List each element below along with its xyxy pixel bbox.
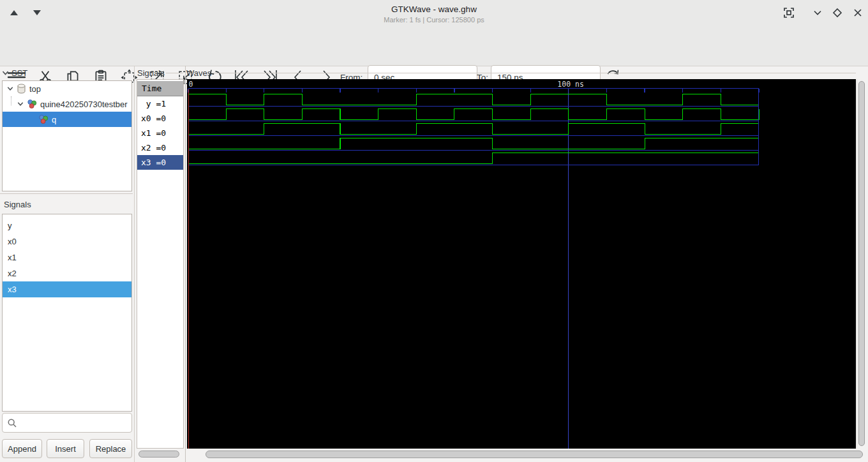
wave-trace-y [188, 94, 759, 105]
panel-divider[interactable] [134, 66, 135, 462]
tree-item-quine420250730testber[interactable]: quine420250730testber [3, 96, 131, 112]
design-root-icon [17, 84, 26, 94]
wave-svg: 0100 ns [187, 79, 856, 449]
module-icon [27, 99, 37, 109]
search-input[interactable] [20, 417, 135, 428]
signals-list-header: Signals [4, 200, 31, 209]
wave-trace-x3 [188, 153, 759, 164]
wave-trace-x0 [188, 109, 759, 120]
fullscreen-button[interactable] [781, 5, 797, 20]
toolbar: From: To: [0, 29, 868, 66]
wave-trace-x2 [188, 138, 759, 149]
tree-item-label: quine420250730testber [40, 100, 128, 109]
close-button[interactable] [849, 5, 866, 20]
replace-button[interactable]: Replace [89, 439, 132, 458]
diamond-icon [832, 7, 843, 19]
expander-chevron-icon[interactable] [6, 85, 14, 93]
signal-list-item-x0[interactable]: x0 [3, 234, 131, 250]
value-row-x3[interactable]: x3 =0 [137, 155, 183, 170]
value-row-y[interactable]: y =1 [137, 96, 183, 111]
wave-trace-x1 [188, 124, 759, 135]
waves-frame-border [213, 73, 856, 73]
close-icon [852, 7, 864, 19]
sst-tree: topquine420250730testberq [2, 80, 132, 191]
signal-list-item-x3[interactable]: x3 [3, 281, 131, 297]
fullscreen-icon [782, 6, 795, 19]
expander-chevron-icon[interactable] [17, 100, 24, 108]
window-title: GTKWave - wave.ghw [0, 4, 868, 14]
tree-item-top[interactable]: top [3, 81, 131, 96]
svg-text:0: 0 [189, 80, 193, 89]
signal-search-box [2, 413, 132, 433]
values-frame-border [166, 73, 183, 73]
tree-item-label: top [29, 84, 41, 94]
sst-header: SST [11, 68, 27, 78]
signal-list-item-x2[interactable]: x2 [3, 265, 131, 281]
search-icon [7, 418, 17, 428]
wave-area[interactable]: 0100 ns [187, 79, 856, 449]
chevron-down-icon [812, 7, 823, 19]
insert-button[interactable]: Insert [47, 439, 84, 458]
values-header: Signals [137, 68, 165, 78]
waves-hscrollbar-thumb[interactable] [206, 451, 863, 458]
time-header-cell: Time [137, 81, 183, 96]
restore-button[interactable] [829, 5, 846, 20]
sst-expander[interactable]: SST [1, 67, 133, 78]
waves-vscrollbar-thumb[interactable] [858, 81, 865, 446]
waves-divider [185, 66, 186, 462]
signals-list: yx0x1x2x3 [2, 214, 132, 412]
values-hscrollbar-thumb[interactable] [138, 451, 179, 458]
signals-frame-border [0, 193, 133, 194]
signal-list-item-x1[interactable]: x1 [3, 250, 131, 265]
value-row-x2[interactable]: x2 =0 [137, 140, 183, 155]
waves-header: Waves [186, 68, 211, 78]
value-row-x1[interactable]: x1 =0 [137, 126, 183, 140]
signal-list-item-y[interactable]: y [3, 218, 131, 234]
minimize-button[interactable] [809, 5, 826, 20]
gtkwave-window: { "window": { "title": "GTKWave - wave.g… [0, 0, 868, 462]
expander-chevron-icon [1, 69, 10, 77]
marker-cursor-status: Marker: 1 fs | Cursor: 125800 ps [0, 16, 868, 24]
svg-text:100 ns: 100 ns [557, 80, 584, 89]
tree-item-q[interactable]: q [3, 112, 131, 127]
tree-item-label: q [52, 115, 56, 124]
titlebar: GTKWave - wave.ghw Marker: 1 fs | Cursor… [0, 0, 868, 29]
module-icon [38, 114, 49, 124]
append-button[interactable]: Append [2, 439, 42, 458]
value-row-x0[interactable]: x0 =0 [137, 111, 183, 126]
